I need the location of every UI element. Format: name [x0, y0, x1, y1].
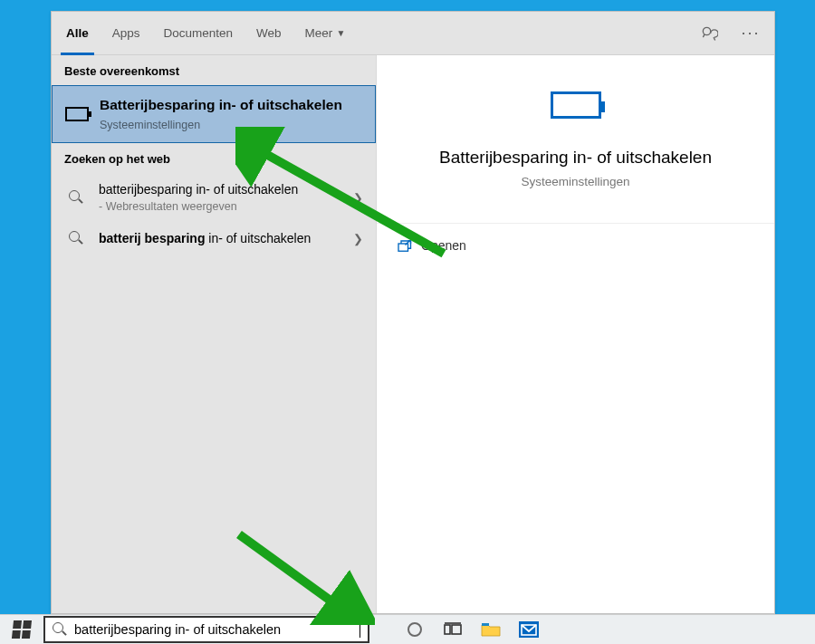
svg-rect-5	[452, 625, 461, 634]
battery-icon	[65, 107, 89, 121]
web-result-rest: in- of uitschakelen	[205, 231, 311, 245]
web-result-1[interactable]: batterijbesparing in- of uitschakelen - …	[52, 173, 376, 222]
svg-point-0	[703, 27, 710, 34]
more-options-icon[interactable]: ···	[738, 21, 763, 46]
header-right: ···	[696, 21, 763, 46]
results-column: Beste overeenkomst Batterijbesparing in-…	[52, 55, 376, 613]
search-icon	[64, 231, 88, 245]
start-button[interactable]	[0, 615, 43, 644]
taskbar-icons	[404, 619, 540, 640]
windows-logo-icon	[12, 620, 32, 639]
list-item: batterijbesparing in- of uitschakelen - …	[99, 182, 342, 213]
svg-rect-7	[482, 623, 489, 626]
chevron-right-icon: ❯	[353, 191, 363, 205]
mail-icon[interactable]	[518, 619, 540, 640]
taskbar-search[interactable]	[43, 616, 369, 643]
open-action[interactable]: Openen	[377, 224, 774, 267]
chevron-right-icon: ❯	[353, 232, 363, 245]
feedback-icon[interactable]	[696, 21, 722, 46]
web-result-bold: batterij besparing	[99, 231, 205, 245]
tab-more-label: Meer	[305, 26, 333, 40]
list-item: batterij besparing in- of uitschakelen	[99, 231, 342, 245]
preview-subtitle: Systeeminstellingen	[377, 175, 774, 188]
preview-pane: Batterijbesparing in- of uitschakelen Sy…	[376, 55, 774, 613]
tab-apps[interactable]: Apps	[109, 12, 144, 54]
task-view-icon[interactable]	[442, 619, 464, 640]
web-result-2[interactable]: batterij besparing in- of uitschakelen ❯	[52, 222, 376, 255]
tab-more[interactable]: Meer ▼	[302, 12, 350, 54]
web-result-subtitle: - Webresultaten weergeven	[99, 200, 342, 213]
preview-header: Batterijbesparing in- of uitschakelen Sy…	[377, 55, 774, 267]
preview-actions: Openen	[377, 223, 774, 267]
tab-web[interactable]: Web	[253, 12, 285, 54]
web-search-label: Zoeken op het web	[52, 143, 376, 173]
search-icon	[64, 190, 88, 205]
web-result-title: batterij besparing in- of uitschakelen	[99, 231, 342, 245]
tab-documents[interactable]: Documenten	[160, 12, 237, 54]
cortana-icon[interactable]	[404, 619, 426, 640]
svg-rect-1	[398, 244, 408, 251]
file-explorer-icon[interactable]	[480, 619, 502, 640]
taskbar	[0, 614, 815, 644]
web-result-title: batterijbesparing in- of uitschakelen	[99, 182, 342, 197]
tab-all[interactable]: Alle	[62, 12, 92, 54]
chevron-down-icon: ▼	[336, 28, 345, 38]
best-match-result[interactable]: Batterijbesparing in- of uitschakelen Sy…	[52, 85, 376, 143]
battery-large-icon	[551, 91, 601, 119]
preview-title: Batterijbesparing in- of uitschakelen	[377, 148, 774, 168]
open-icon	[396, 238, 410, 253]
svg-rect-4	[445, 625, 450, 634]
best-match-label: Beste overeenkomst	[52, 55, 376, 85]
text-caret	[360, 622, 360, 638]
search-header: Alle Apps Documenten Web Meer ▼ ···	[52, 12, 774, 55]
search-body: Beste overeenkomst Batterijbesparing in-…	[52, 55, 774, 613]
open-label: Openen	[421, 238, 466, 253]
search-input[interactable]	[74, 622, 352, 637]
best-match-title: Batterijbesparing in- of uitschakelen	[100, 97, 362, 113]
best-match-subtitle: Systeeminstellingen	[100, 119, 362, 131]
search-panel: Alle Apps Documenten Web Meer ▼ ··· B	[51, 11, 775, 614]
best-match-text: Batterijbesparing in- of uitschakelen Sy…	[100, 97, 362, 131]
filter-tabs: Alle Apps Documenten Web Meer ▼	[62, 12, 349, 54]
search-icon	[53, 622, 67, 637]
